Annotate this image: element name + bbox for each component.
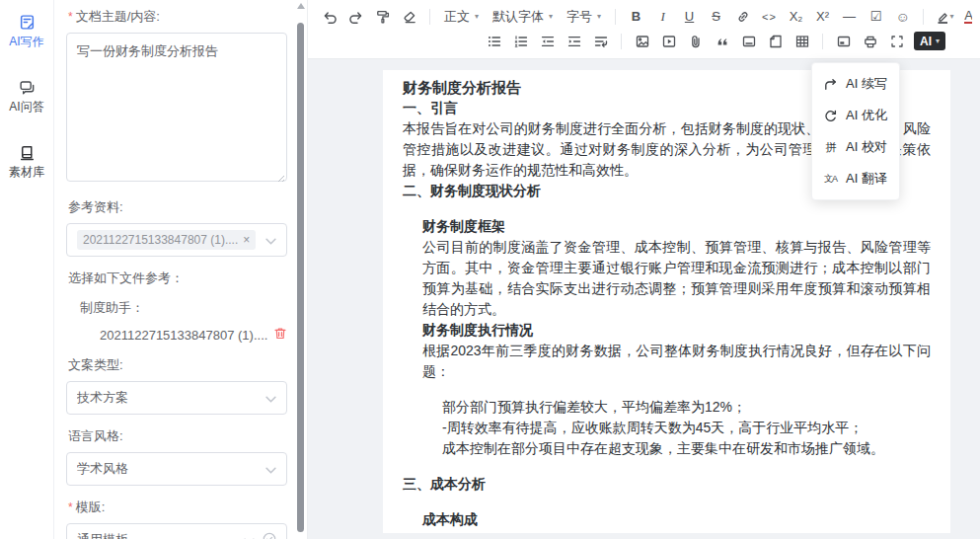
template-label: * 模版: [68,499,285,516]
library-icon [19,144,36,161]
highlight-pen-button[interactable]: ▾ [931,5,957,28]
caret-down-icon: ▾ [549,12,553,21]
style-label: 语言风格: [68,427,285,445]
toolbar-separator [429,9,430,25]
topic-label: * 文档主题/内容: [68,8,285,26]
link-icon[interactable] [729,5,756,28]
font-family-select[interactable]: 默认字体▾ [486,5,560,28]
scrollbar-thumb[interactable] [297,23,304,532]
menu-item-ai-translate[interactable]: 文A AI 翻译 [812,163,899,194]
todo-checkbox-button[interactable]: ☑ [863,5,889,28]
attachment-button[interactable] [682,30,709,52]
topic-textarea[interactable]: 写一份财务制度分析报告 [66,33,287,182]
chevron-down-icon [265,233,276,248]
nav-item-label: 素材库 [9,164,44,181]
doc-block: 部分部门预算执行偏差较大，平均偏差率为12%； [403,397,931,418]
chat-bubbles-icon [19,79,36,96]
toolbar-separator [615,9,616,25]
fullscreen-button[interactable] [883,30,910,52]
doc-block: 根据2023年前三季度的财务数据，公司整体财务制度执行情况良好，但存在以下问题： [403,341,931,382]
translate-icon: 文A [823,173,838,186]
continue-writing-icon [823,77,838,92]
toolbar-separator [822,34,823,49]
doc-block: 财务制度框架 [403,216,931,237]
font-size-select[interactable]: 字号▾ [560,5,608,28]
undo-button[interactable] [316,5,342,28]
horizontal-rule-button[interactable]: — [836,5,863,28]
trash-icon[interactable] [273,326,287,344]
ai-tools-button[interactable]: AI ▾ [914,32,945,50]
caret-down-icon: ▾ [597,12,601,21]
doc-block: 三、成本分析 [403,474,931,495]
menu-item-ai-optimize[interactable]: AI 优化 [812,100,899,131]
insert-video-button[interactable] [655,30,682,52]
doc-block: 成本构成 [403,509,931,530]
outdent-button[interactable] [534,30,561,52]
proofread-icon: 拼 [823,140,838,155]
underline-button[interactable]: U [676,5,703,28]
reference-select[interactable]: 2021122715133847807 (1).... × [66,223,287,257]
caret-down-icon: ▾ [475,12,479,21]
bullet-list-button[interactable] [481,30,507,52]
nav-item-ai-qa[interactable]: AI问答 [9,79,43,116]
doc-block: -周转效率有待提高，应收账款周转天数为45天，高于行业平均水平； [403,418,931,438]
reference-tag[interactable]: 2021122715133847807 (1).... × [77,230,256,250]
toolbar-row-2: AI ▾ [481,29,972,53]
doc-block: 公司目前的制度涵盖了资金管理、成本控制、预算管理、核算与报告、风险管理等方面。其… [403,237,931,320]
menu-item-ai-continue[interactable]: AI 续写 [812,68,899,100]
required-mark: * [68,10,73,24]
blockquote-button[interactable] [709,30,735,52]
toolbar-row-1: 正文▾ 默认字体▾ 字号▾ B I U S <> X₂ X² — [316,4,972,29]
toolbar-separator [621,34,622,49]
app-window: AI写作 AI问答 素材库 * 文 [0,0,980,539]
clear-format-eraser-button[interactable] [396,5,422,28]
emoji-button[interactable]: ☺ [889,5,916,28]
bold-button[interactable]: B [623,5,649,28]
ordered-list-button[interactable] [507,30,534,52]
code-block-button[interactable] [762,30,789,52]
scroll-up-arrow[interactable] [297,3,305,9]
tag-close-icon[interactable]: × [243,234,250,246]
reference-file-row: 2021122715133847807 (1).... [100,326,287,344]
ai-writing-form: * 文档主题/内容: 写一份财务制度分析报告 参考资料: 20211227151… [54,0,308,539]
file-section-label: 选择如下文件参考： [68,270,285,287]
topic-textarea-wrap: 写一份财务制度分析报告 [66,33,287,186]
inline-code-button[interactable]: <> [756,5,783,28]
subscript-button[interactable]: X₂ [783,5,809,28]
assistant-label: 制度助手： [80,299,285,317]
panel-scrollbar[interactable] [296,0,306,539]
nav-item-ai-writing[interactable]: AI写作 [9,14,43,50]
indent-button[interactable] [561,30,587,52]
insert-table-button[interactable] [789,30,815,52]
chevron-down-icon [244,533,255,539]
style-select[interactable]: 学术风格 [66,452,287,486]
menu-item-ai-proofread[interactable]: 拼 AI 校对 [812,131,899,163]
source-view-button[interactable] [830,30,857,52]
editor-toolbar: 正文▾ 默认字体▾ 字号▾ B I U S <> X₂ X² — [308,0,980,59]
doc-type-select[interactable]: 技术方案 [66,381,287,415]
chevron-down-icon [265,391,276,406]
optimize-refresh-icon [823,109,838,123]
template-select[interactable]: 通用模板 [66,523,287,539]
redo-button[interactable] [342,5,369,28]
chevron-down-icon [265,462,276,477]
doc-type-label: 文案类型: [68,356,285,374]
check-circle-icon[interactable] [263,532,276,539]
caret-down-icon: ▾ [936,37,940,45]
format-painter-button[interactable] [369,5,396,28]
ai-dropdown-menu: AI 续写 AI 优化 拼 AI 校对 文A AI 翻译 [811,62,900,200]
doc-block: 公司的成本主要由以下部分构成： [403,530,931,533]
text-wrap-button[interactable] [587,30,614,52]
nav-item-label: AI写作 [9,34,43,50]
editor: 正文▾ 默认字体▾ 字号▾ B I U S <> X₂ X² — [308,0,980,539]
strikethrough-button[interactable]: S [703,5,729,28]
divider-button[interactable] [735,30,762,52]
paragraph-style-select[interactable]: 正文▾ [437,5,486,28]
font-color-button[interactable]: A ▾ [957,5,972,28]
insert-image-button[interactable] [629,30,655,52]
italic-button[interactable]: I [649,5,676,28]
print-button[interactable] [857,30,883,52]
ai-writing-icon [19,14,36,31]
nav-item-material-library[interactable]: 素材库 [9,144,44,181]
superscript-button[interactable]: X² [809,5,836,28]
